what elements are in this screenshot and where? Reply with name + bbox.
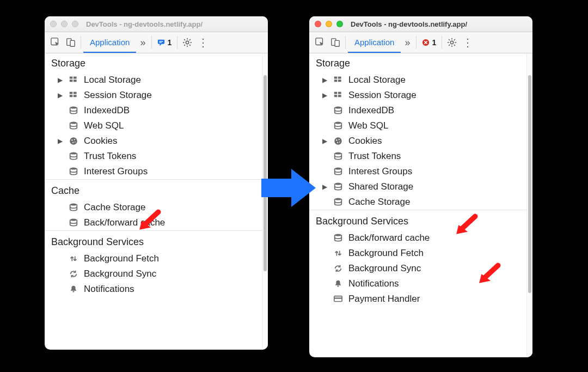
tree-item-trust-tokens[interactable]: ▶Trust Tokens: [309, 149, 526, 164]
svg-point-58: [334, 137, 342, 145]
svg-point-63: [335, 153, 342, 155]
device-toolbar-icon[interactable]: [328, 32, 343, 53]
tree-item-cache-storage[interactable]: ▶Cache Storage: [309, 194, 526, 210]
database-icon: [332, 120, 344, 131]
tree-item-interest-groups[interactable]: ▶Interest Groups: [309, 164, 526, 179]
gear-icon[interactable]: [180, 32, 195, 53]
inspect-element-icon[interactable]: [313, 32, 328, 53]
scrollbar[interactable]: [526, 53, 532, 357]
svg-rect-52: [334, 92, 338, 94]
tree-item-indexeddb[interactable]: ▶IndexedDB: [309, 103, 526, 118]
tree-item-indexeddb[interactable]: ▶IndexedDB: [45, 103, 262, 118]
titlebar[interactable]: DevTools - ng-devtools.netlify.app/: [45, 16, 268, 32]
sync-icon: [332, 263, 344, 274]
section-bgservices[interactable]: Background Services: [309, 210, 526, 230]
inspect-element-icon[interactable]: [48, 32, 63, 53]
tree-item-bfcache[interactable]: ▶Back/forward cache: [309, 230, 526, 246]
devtools-window-before: DevTools - ng-devtools.netlify.app/ Appl…: [45, 16, 268, 350]
svg-line-14: [189, 39, 191, 40]
tree-item-session-storage[interactable]: ▶Session Storage: [45, 88, 262, 103]
svg-rect-68: [337, 286, 339, 287]
svg-rect-50: [334, 80, 338, 82]
database-icon: [332, 233, 344, 243]
svg-point-67: [335, 234, 342, 236]
device-toolbar-icon[interactable]: [63, 32, 78, 53]
sidebar-tree[interactable]: Storage ▶Local Storage ▶Session Storage …: [309, 53, 526, 357]
tree-item-shared-storage[interactable]: ▶Shared Storage: [309, 179, 526, 194]
tree-item-notifications[interactable]: ▶Notifications: [45, 282, 262, 297]
database-icon: [332, 105, 344, 116]
traffic-lights[interactable]: [50, 21, 78, 27]
grid-icon: [332, 90, 344, 101]
tree-item-local-storage[interactable]: ▶Local Storage: [309, 72, 526, 88]
svg-rect-51: [338, 80, 341, 82]
tree-item-bgfetch[interactable]: ▶Background Fetch: [309, 246, 526, 261]
tree-item-interest-groups[interactable]: ▶Interest Groups: [45, 164, 262, 179]
close-icon[interactable]: [315, 21, 321, 27]
minimize-icon[interactable]: [61, 21, 68, 27]
grid-icon: [68, 75, 79, 86]
svg-point-25: [70, 137, 77, 145]
tab-application[interactable]: Application: [83, 32, 136, 53]
tree-item-bfcache[interactable]: ▶Back/forward cache: [45, 215, 262, 230]
kebab-menu-icon[interactable]: ⋮: [460, 32, 475, 53]
scroll-thumb[interactable]: [528, 75, 531, 293]
svg-point-23: [70, 107, 77, 109]
tree-item-payment-handler[interactable]: ▶Payment Handler: [309, 291, 526, 307]
titlebar[interactable]: DevTools - ng-devtools.netlify.app/: [309, 16, 532, 32]
section-bgservices[interactable]: Background Services: [45, 230, 262, 251]
svg-rect-21: [70, 95, 73, 97]
issues-count: 1: [167, 38, 171, 47]
zoom-icon[interactable]: [336, 21, 343, 27]
svg-rect-49: [338, 77, 341, 79]
tree-item-bgfetch[interactable]: ▶Background Fetch: [45, 251, 262, 266]
svg-point-27: [74, 139, 75, 140]
more-tabs-icon[interactable]: »: [136, 32, 149, 53]
traffic-lights[interactable]: [315, 21, 343, 27]
tree-item-websql[interactable]: ▶Web SQL: [309, 118, 526, 133]
gear-icon[interactable]: [444, 32, 460, 53]
tree-item-bgsync[interactable]: ▶Background Sync: [45, 266, 262, 282]
svg-point-61: [337, 142, 338, 143]
tree-item-bgsync[interactable]: ▶Background Sync: [309, 261, 526, 276]
svg-point-31: [70, 168, 77, 170]
issues-badge[interactable]: 1: [154, 32, 175, 53]
window-title: DevTools - ng-devtools.netlify.app/: [83, 20, 262, 28]
errors-badge[interactable]: 1: [419, 32, 439, 53]
svg-point-30: [70, 153, 77, 155]
tree-item-cookies[interactable]: ▶Cookies: [45, 133, 262, 149]
svg-point-29: [75, 142, 76, 143]
tab-application[interactable]: Application: [348, 32, 401, 53]
section-storage[interactable]: Storage: [309, 53, 526, 72]
svg-rect-20: [74, 92, 77, 94]
section-storage[interactable]: Storage: [45, 53, 262, 72]
devtools-toolbar: Application » 1 ⋮: [45, 32, 268, 53]
svg-rect-4: [160, 41, 163, 41]
tree-item-session-storage[interactable]: ▶Session Storage: [309, 88, 526, 103]
errors-count: 1: [432, 38, 436, 47]
window-title: DevTools - ng-devtools.netlify.app/: [347, 20, 527, 28]
close-icon[interactable]: [50, 21, 57, 27]
tree-item-notifications[interactable]: ▶Notifications: [309, 276, 526, 291]
svg-marker-71: [261, 169, 316, 207]
database-icon: [332, 151, 344, 162]
section-cache[interactable]: Cache: [45, 179, 262, 200]
bell-icon: [68, 284, 79, 295]
svg-rect-3: [158, 40, 164, 44]
sidebar-tree[interactable]: Storage ▶Local Storage ▶Session Storage …: [45, 53, 262, 350]
svg-line-44: [449, 39, 450, 40]
tree-item-cache-storage[interactable]: ▶Cache Storage: [45, 200, 262, 215]
tree-item-trust-tokens[interactable]: ▶Trust Tokens: [45, 149, 262, 164]
more-tabs-icon[interactable]: »: [401, 32, 414, 53]
svg-rect-34: [72, 291, 74, 292]
svg-point-32: [70, 204, 77, 206]
svg-point-56: [335, 107, 342, 109]
devtools-toolbar: Application » 1 ⋮: [309, 32, 532, 53]
kebab-menu-icon[interactable]: ⋮: [195, 32, 210, 53]
tree-item-local-storage[interactable]: ▶Local Storage: [45, 72, 262, 88]
tree-item-websql[interactable]: ▶Web SQL: [45, 118, 262, 133]
svg-point-57: [335, 122, 342, 124]
tree-item-cookies[interactable]: ▶Cookies: [309, 133, 526, 149]
zoom-icon[interactable]: [72, 21, 78, 27]
minimize-icon[interactable]: [326, 21, 332, 27]
